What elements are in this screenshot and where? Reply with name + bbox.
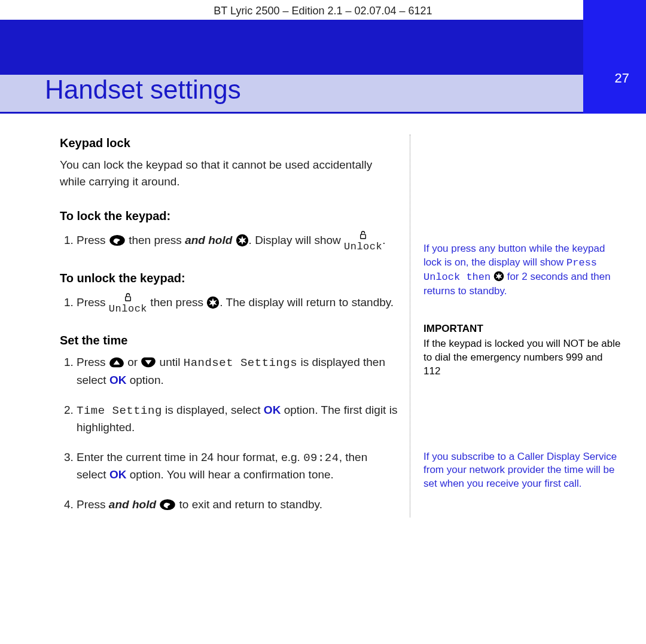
time-step4-c: to exit and return to standby. (176, 498, 322, 511)
star-icon (493, 271, 504, 282)
display-time-setting: Time Setting (77, 404, 162, 417)
heading-to-unlock: To unlock the keypad: (60, 270, 398, 287)
time-step-2: Time Setting is displayed, select OK opt… (77, 402, 398, 436)
set-time-steps-list: Press or until Handset Settings is displ… (60, 354, 398, 512)
document-header-meta: BT Lyric 2500 – Edition 2.1 – 02.07.04 –… (0, 0, 646, 20)
down-arrow-icon (141, 356, 156, 368)
unlock-step1-a: Press (77, 296, 109, 309)
title-band: Handset settings (0, 75, 646, 114)
time-step4-andhold: and hold (109, 498, 156, 511)
phone-icon (109, 234, 126, 246)
side-note-caller-display: If you subscribe to a Caller Display Ser… (423, 450, 621, 492)
time-step1-or: or (124, 356, 141, 368)
keypad-lock-description: You can lock the keypad so that it canno… (60, 157, 398, 190)
lock-icon (124, 293, 132, 301)
time-step4-a: Press (77, 498, 109, 511)
time-step-3: Enter the current time in 24 hour format… (77, 449, 398, 483)
lock-step1-andhold: and hold (185, 234, 232, 246)
side-note-keypad-lock: If you press any button while the keypad… (423, 242, 621, 298)
page-number-tab: 27 (583, 0, 646, 114)
side-note2: If you subscribe to a Caller Display Ser… (423, 451, 617, 490)
lock-icon (359, 231, 367, 239)
side-important-block: IMPORTANT If the keypad is locked you wi… (423, 322, 621, 379)
display-unlock-glyph-2: Unlock (109, 292, 147, 314)
time-step2-a: is displayed, select (162, 404, 264, 416)
unlock-step1-b: then press (147, 296, 206, 309)
lock-step1-text-b: then press (126, 234, 185, 246)
lock-step-1: Press then press and hold . Display will… (77, 230, 398, 252)
star-icon (206, 296, 220, 309)
header-blue-bar (0, 20, 646, 75)
unlock-step1-c: . The display will return to standby. (220, 296, 394, 309)
display-unlock-text: Unlock (344, 241, 382, 252)
star-icon (236, 234, 249, 247)
time-step1-d: option. (126, 374, 163, 386)
display-handset-settings: Handset Settings (184, 356, 297, 370)
content-area: Keypad lock You can lock the keypad so t… (0, 114, 646, 517)
up-arrow-icon (109, 356, 124, 368)
page-number: 27 (615, 71, 629, 86)
ok-label: OK (109, 374, 127, 386)
side-column: If you press any button while the keypad… (410, 135, 621, 517)
time-step1-b: until (156, 356, 183, 368)
heading-to-lock: To lock the keypad: (60, 207, 398, 225)
main-column: Keypad lock You can lock the keypad so t… (60, 135, 410, 517)
lock-step1-end: . (382, 234, 385, 246)
time-step3-a: Enter the current time in 24 hour format… (77, 451, 303, 463)
unlock-steps-list: Press Unlock then press . The display wi… (60, 292, 398, 314)
time-step3-c: option. You will hear a confirmation ton… (126, 468, 333, 481)
page-title: Handset settings (45, 75, 241, 105)
time-step1-a: Press (77, 356, 109, 368)
side-important-label: IMPORTANT (423, 322, 621, 336)
lock-step1-text-a: Press (77, 234, 109, 246)
heading-set-time: Set the time (60, 332, 398, 349)
time-step-1: Press or until Handset Settings is displ… (77, 354, 398, 388)
display-time-example: 09:24 (303, 451, 339, 465)
unlock-step-1: Press Unlock then press . The display wi… (77, 292, 398, 314)
lock-steps-list: Press then press and hold . Display will… (60, 230, 398, 252)
time-step-4: Press and hold to exit and return to sta… (77, 496, 398, 513)
lock-step1-text-d: . Display will show (249, 234, 344, 246)
ok-label: OK (264, 404, 281, 416)
phone-icon (159, 499, 176, 511)
ok-label: OK (109, 468, 127, 481)
heading-keypad-lock: Keypad lock (60, 135, 398, 152)
side-important-body: If the keypad is locked you will NOT be … (423, 338, 620, 377)
display-unlock-glyph: Unlock (344, 230, 382, 252)
display-unlock-text-2: Unlock (109, 303, 147, 315)
